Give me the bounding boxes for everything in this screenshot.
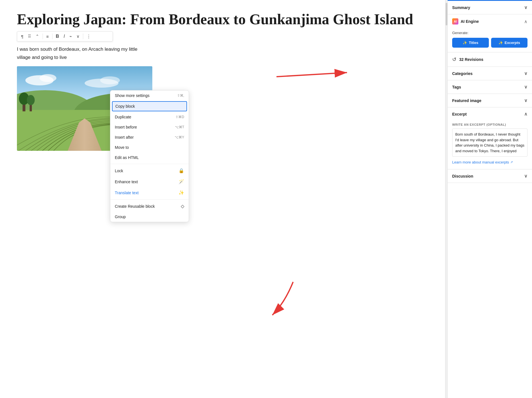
bold-btn[interactable]: B: [54, 33, 61, 40]
toolbar-divider-1: [43, 34, 43, 39]
tags-label: Tags: [452, 85, 461, 89]
scrollbar-thumb[interactable]: [446, 3, 447, 25]
menu-show-settings-label: Show more settings: [115, 93, 150, 98]
excerpt-textarea[interactable]: [452, 129, 527, 157]
menu-insert-after[interactable]: Insert after ⌥⌘Y: [110, 132, 189, 142]
menu-group-label: Group: [115, 215, 126, 219]
menu-divider-2: [110, 199, 189, 200]
categories-label: Categories: [452, 71, 472, 76]
ai-engine-body: Generate: ✨ Titles ✨ Excerpts: [448, 28, 532, 52]
context-menu: Show more settings ⇧⌘, Copy block Duplic…: [110, 90, 189, 222]
menu-show-settings-shortcut: ⇧⌘,: [177, 94, 184, 98]
categories-chevron-icon: ∨: [524, 71, 527, 76]
post-body: I was born south of Bordeaux, on Arcach …: [17, 45, 152, 62]
paragraph-btn[interactable]: ¶: [19, 33, 25, 40]
menu-show-settings[interactable]: Show more settings ⇧⌘,: [110, 90, 189, 101]
svg-point-11: [27, 95, 35, 105]
menu-divider: [110, 164, 189, 164]
summary-chevron-icon: ∨: [524, 5, 527, 10]
ai-engine-header[interactable]: AI AI Engine ∧: [448, 14, 532, 28]
ai-engine-icon: AI: [452, 18, 458, 25]
toolbar-divider-3: [83, 34, 83, 39]
menu-move-to[interactable]: Move to: [110, 142, 189, 152]
summary-section: Summary ∨: [448, 1, 532, 14]
menu-copy-block-label: Copy block: [115, 104, 135, 109]
menu-duplicate[interactable]: Duplicate ⇧⌘D: [110, 112, 189, 122]
excerpts-label: Excerpts: [505, 41, 520, 45]
tags-chevron-icon: ∨: [524, 84, 527, 90]
summary-label: Summary: [452, 5, 470, 10]
svg-point-2: [39, 74, 56, 82]
italic-btn[interactable]: I: [62, 33, 66, 40]
excerpt-header[interactable]: Excerpt ∧: [448, 107, 532, 121]
categories-section: Categories ∨: [448, 67, 532, 80]
ai-engine-section: AI AI Engine ∧ Generate: ✨ Titles ✨ Exce…: [448, 14, 532, 52]
excerpt-section: Excerpt ∧ WRITE AN EXCERPT (OPTIONAL) Le…: [448, 107, 532, 169]
enhance-icon: 🪄: [179, 179, 184, 184]
titles-button[interactable]: ✨ Titles: [452, 38, 489, 48]
featured-image-section: Featured image ∨: [448, 94, 532, 107]
excerpt-body: WRITE AN EXCERPT (OPTIONAL) Learn more a…: [448, 121, 532, 169]
revisions-label: 32 Revisions: [459, 57, 483, 62]
generate-label: Generate:: [452, 31, 527, 35]
editor-area[interactable]: Exploring Japan: From Bordeaux to Gunkan…: [0, 0, 445, 398]
discussion-section: Discussion ∨: [448, 169, 532, 183]
post-title: Exploring Japan: From Bordeaux to Gunkan…: [17, 11, 428, 27]
arrows-btn[interactable]: ⌃: [34, 33, 41, 40]
titles-icon: ✨: [463, 41, 467, 45]
reusable-icon: ◇: [181, 204, 184, 209]
align-btn[interactable]: ≡: [45, 33, 50, 40]
editor-scrollbar[interactable]: [445, 0, 447, 398]
discussion-label: Discussion: [452, 174, 473, 178]
menu-duplicate-shortcut: ⇧⌘D: [175, 115, 184, 119]
translate-icon: ✨: [179, 190, 184, 195]
menu-duplicate-label: Duplicate: [115, 115, 131, 119]
revisions-section[interactable]: ↺ 32 Revisions: [448, 52, 532, 67]
menu-move-to-label: Move to: [115, 145, 129, 150]
menu-translate-text[interactable]: Translate text ✨: [110, 187, 189, 198]
menu-enhance-text-label: Enhance text: [115, 180, 138, 184]
link-btn[interactable]: ⌁: [68, 33, 74, 40]
menu-create-reusable-label: Create Reusable block: [115, 204, 155, 209]
menu-lock[interactable]: Lock 🔒: [110, 165, 189, 176]
tags-header[interactable]: Tags ∨: [448, 80, 532, 94]
summary-header[interactable]: Summary ∨: [448, 1, 532, 14]
excerpts-button[interactable]: ✨ Excerpts: [491, 38, 528, 48]
excerpt-link-text: Learn more about manual excerpts: [452, 160, 509, 164]
ai-buttons: ✨ Titles ✨ Excerpts: [452, 38, 527, 48]
more-btn[interactable]: ⋮: [85, 33, 93, 40]
menu-edit-html-label: Edit as HTML: [115, 155, 139, 160]
menu-edit-html[interactable]: Edit as HTML: [110, 152, 189, 163]
svg-point-4: [100, 76, 120, 84]
menu-insert-before-label: Insert before: [115, 125, 137, 129]
drag-btn[interactable]: ⠿: [26, 33, 33, 40]
discussion-header[interactable]: Discussion ∨: [448, 169, 532, 183]
ai-engine-title: AI AI Engine: [452, 18, 479, 25]
excerpts-icon: ✨: [498, 41, 503, 45]
featured-image-chevron-icon: ∨: [524, 98, 527, 103]
menu-enhance-text[interactable]: Enhance text 🪄: [110, 176, 189, 187]
excerpt-chevron-icon: ∧: [524, 111, 527, 117]
excerpt-section-label: Excerpt: [452, 112, 467, 116]
block-toolbar: ¶ ⠿ ⌃ ≡ B I ⌁ ∨ ⋮: [17, 31, 113, 41]
categories-header[interactable]: Categories ∨: [448, 67, 532, 80]
menu-insert-after-shortcut: ⌥⌘Y: [175, 135, 184, 139]
excerpt-field-label: WRITE AN EXCERPT (OPTIONAL): [452, 123, 527, 126]
menu-copy-block[interactable]: Copy block: [112, 101, 187, 111]
ai-engine-label: AI Engine: [461, 19, 479, 24]
tags-section: Tags ∨: [448, 80, 532, 94]
featured-image-label: Featured image: [452, 98, 481, 103]
ai-engine-chevron-icon: ∧: [524, 19, 527, 24]
menu-group[interactable]: Group: [110, 212, 189, 222]
chevron-btn[interactable]: ∨: [75, 33, 81, 40]
menu-insert-before[interactable]: Insert before ⌥⌘T: [110, 122, 189, 132]
external-link-icon: ↗: [510, 160, 513, 164]
excerpt-learn-more-link[interactable]: Learn more about manual excerpts ↗: [452, 160, 513, 164]
menu-lock-label: Lock: [115, 169, 123, 173]
menu-translate-text-label: Translate text: [115, 191, 139, 195]
lock-icon: 🔒: [179, 168, 184, 173]
featured-image-header[interactable]: Featured image ∨: [448, 94, 532, 107]
menu-insert-after-label: Insert after: [115, 135, 134, 140]
menu-create-reusable[interactable]: Create Reusable block ◇: [110, 201, 189, 212]
discussion-chevron-icon: ∨: [524, 173, 527, 179]
